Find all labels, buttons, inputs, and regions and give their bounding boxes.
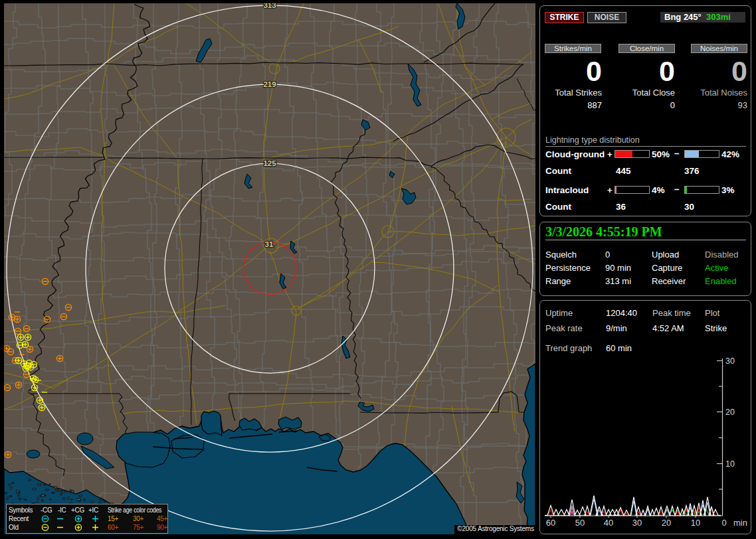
svg-text:min: min	[733, 518, 747, 528]
svg-text:60: 60	[546, 518, 555, 528]
svg-text:40: 40	[604, 518, 613, 528]
svg-text:30: 30	[725, 356, 735, 366]
svg-text:20: 20	[662, 518, 671, 528]
svg-text:10: 10	[691, 518, 700, 528]
svg-text:20: 20	[725, 408, 735, 417]
svg-text:31: 31	[265, 240, 274, 248]
svg-text:50: 50	[575, 518, 585, 528]
svg-text:125: 125	[263, 159, 276, 167]
svg-text:30: 30	[632, 518, 642, 528]
svg-text:0: 0	[721, 518, 726, 528]
svg-text:219: 219	[263, 80, 276, 88]
svg-text:10: 10	[725, 459, 735, 469]
